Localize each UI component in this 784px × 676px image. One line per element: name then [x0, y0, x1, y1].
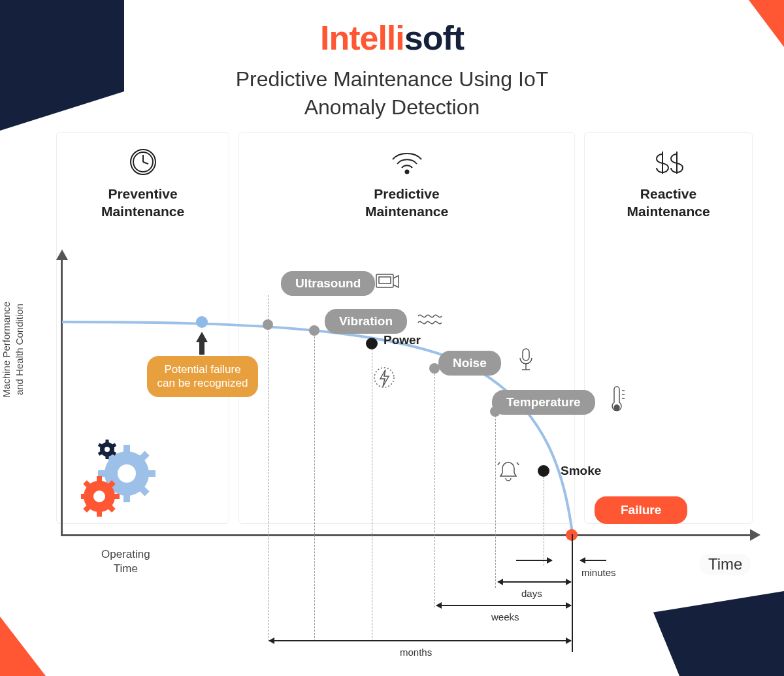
- svg-rect-8: [379, 277, 391, 283]
- x-axis-label: OperatingTime: [101, 547, 150, 576]
- dot-smoke: [538, 465, 549, 477]
- label-days: days: [521, 588, 542, 599]
- title-line-2: Anomaly Detection: [0, 93, 784, 121]
- logo-part-2: soft: [404, 19, 464, 57]
- svg-rect-19: [123, 445, 130, 454]
- dashline-temperature: [495, 415, 496, 588]
- vibration-waves-icon: [417, 312, 448, 332]
- thermometer-icon: [606, 385, 626, 418]
- alarm-bell-icon: [495, 457, 522, 487]
- y-axis-label: Machine Performance and Health Condition: [0, 297, 27, 402]
- ultrasound-device-icon: [374, 269, 401, 297]
- svg-line-3: [143, 162, 148, 164]
- pill-vibration: Vibration: [325, 309, 407, 334]
- svg-point-24: [105, 447, 110, 452]
- gears-icon: [81, 438, 172, 525]
- dashline-vibration: [314, 333, 315, 641]
- power-bolt-icon: [372, 364, 396, 393]
- panel-reactive-line1: Reactive: [585, 185, 752, 202]
- arrow-minutes-right: [580, 560, 606, 561]
- pill-temperature: Temperature: [492, 390, 595, 415]
- wifi-icon: [239, 144, 574, 180]
- corner-bottom-left: [0, 585, 91, 676]
- panel-predictive-line2: Maintenance: [239, 202, 574, 220]
- panel-preventive-line1: Preventive: [57, 185, 229, 202]
- clock-icon: [57, 144, 229, 180]
- svg-point-13: [614, 405, 619, 410]
- microphone-icon: [516, 346, 536, 376]
- svg-point-4: [405, 170, 408, 174]
- arrow-months: [269, 640, 571, 641]
- svg-rect-25: [106, 440, 109, 444]
- svg-rect-10: [523, 349, 529, 361]
- callout-potential-failure: Potential failure can be recognized: [147, 356, 258, 397]
- svg-point-18: [118, 464, 136, 483]
- label-weeks: weeks: [491, 611, 519, 622]
- corner-bottom-right: [653, 591, 784, 676]
- x-axis-label-text: OperatingTime: [101, 547, 150, 576]
- svg-rect-22: [97, 476, 102, 483]
- dashline-ultrasound: [268, 295, 269, 641]
- label-power: Power: [384, 333, 421, 347]
- logo-part-1: Intelli: [320, 19, 404, 57]
- label-months: months: [400, 647, 432, 658]
- dot-potential-failure: [196, 316, 208, 328]
- failure-vertical-line: [572, 534, 573, 652]
- time-label: Time: [699, 554, 751, 575]
- pill-noise: Noise: [438, 351, 501, 376]
- label-smoke: Smoke: [561, 464, 601, 478]
- dot-power: [366, 338, 378, 349]
- dashline-power: [372, 349, 372, 641]
- brand-logo: Intellisoft: [320, 18, 464, 57]
- arrow-minutes-left: [516, 560, 552, 561]
- arrow-days: [498, 581, 571, 583]
- page-title: Predictive Maintenance Using IoT Anomaly…: [0, 65, 784, 121]
- pill-failure: Failure: [595, 496, 687, 524]
- arrow-weeks: [436, 605, 571, 606]
- arrow-up-icon: [196, 332, 208, 342]
- money-icon: [585, 144, 752, 180]
- panel-reactive-line2: Maintenance: [585, 202, 752, 220]
- label-minutes: minutes: [581, 567, 616, 578]
- svg-point-21: [93, 491, 105, 502]
- panel-preventive-line2: Maintenance: [57, 202, 229, 220]
- panel-predictive-line1: Predictive: [239, 185, 574, 202]
- pill-ultrasound: Ultrasound: [281, 271, 375, 296]
- dashline-smoke: [544, 477, 544, 566]
- title-line-1: Predictive Maintenance Using IoT: [0, 65, 784, 93]
- dashline-noise: [434, 374, 435, 607]
